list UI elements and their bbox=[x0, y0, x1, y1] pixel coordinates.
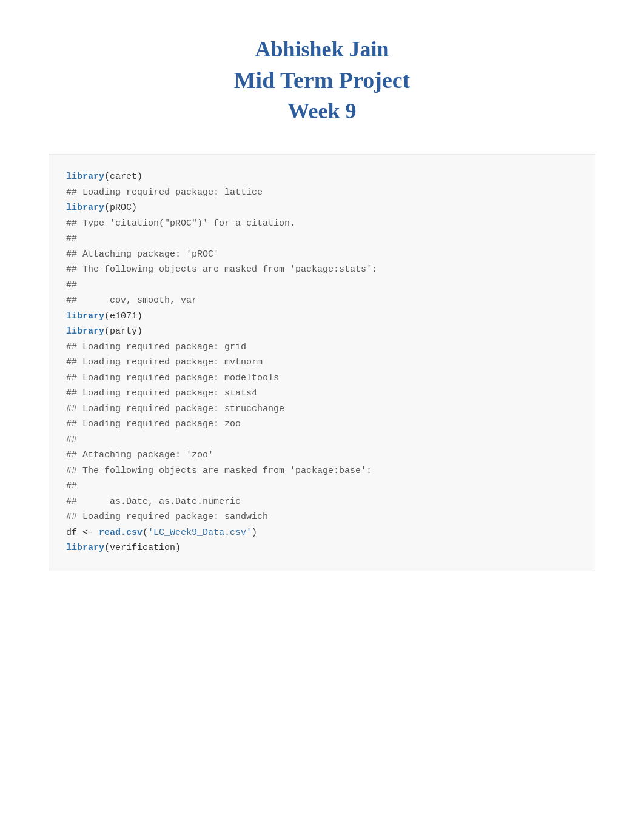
comment-empty-3: ## bbox=[66, 432, 578, 448]
code-line-1: library(caret) bbox=[66, 169, 578, 185]
comment-grid: ## Loading required package: grid bbox=[66, 340, 578, 355]
comment-citation: ## Type 'citation("pROC")' for a citatio… bbox=[66, 216, 578, 232]
keyword-readcsv: read.csv bbox=[99, 528, 143, 538]
comment-empty-1: ## bbox=[66, 231, 578, 247]
code-line-readcsv: df <- read.csv('LC_Week9_Data.csv') bbox=[66, 525, 578, 541]
header-section: Abhishek Jain Mid Term Project Week 9 bbox=[49, 36, 595, 124]
comment-modeltools: ## Loading required package: modeltools bbox=[66, 371, 578, 386]
comment-cov-smooth-var: ## cov, smooth, var bbox=[66, 293, 578, 309]
string-csvfile: 'LC_Week9_Data.csv' bbox=[148, 528, 252, 538]
keyword-library-1: library bbox=[66, 172, 104, 182]
keyword-library-3: library bbox=[66, 311, 104, 321]
project-title: Mid Term Project bbox=[49, 67, 595, 93]
comment-zoo: ## Loading required package: zoo bbox=[66, 417, 578, 432]
comment-mvtnorm: ## Loading required package: mvtnorm bbox=[66, 355, 578, 371]
comment-asdate: ## as.Date, as.Date.numeric bbox=[66, 494, 578, 510]
code-line-3: library(pROC) bbox=[66, 200, 578, 216]
comment-sandwich: ## Loading required package: sandwich bbox=[66, 509, 578, 525]
keyword-library-5: library bbox=[66, 543, 104, 553]
comment-masked-stats: ## The following objects are masked from… bbox=[66, 262, 578, 278]
code-line-10: library(e1071) bbox=[66, 309, 578, 324]
comment-lattice: ## Loading required package: lattice bbox=[66, 185, 578, 201]
comment-attaching-zoo: ## Attaching package: 'zoo' bbox=[66, 448, 578, 463]
comment-stats4: ## Loading required package: stats4 bbox=[66, 386, 578, 401]
code-block: library(caret) ## Loading required packa… bbox=[49, 154, 595, 571]
code-line-11: library(party) bbox=[66, 324, 578, 340]
week-title: Week 9 bbox=[49, 98, 595, 124]
code-line-25: library(verification) bbox=[66, 540, 578, 556]
keyword-library-2: library bbox=[66, 203, 104, 213]
comment-strucchange: ## Loading required package: strucchange bbox=[66, 401, 578, 417]
comment-attaching-proc: ## Attaching package: 'pROC' bbox=[66, 247, 578, 263]
comment-masked-base: ## The following objects are masked from… bbox=[66, 463, 578, 479]
comment-empty-4: ## bbox=[66, 478, 578, 494]
keyword-library-4: library bbox=[66, 326, 104, 337]
author-title: Abhishek Jain bbox=[49, 36, 595, 62]
comment-empty-2: ## bbox=[66, 278, 578, 293]
